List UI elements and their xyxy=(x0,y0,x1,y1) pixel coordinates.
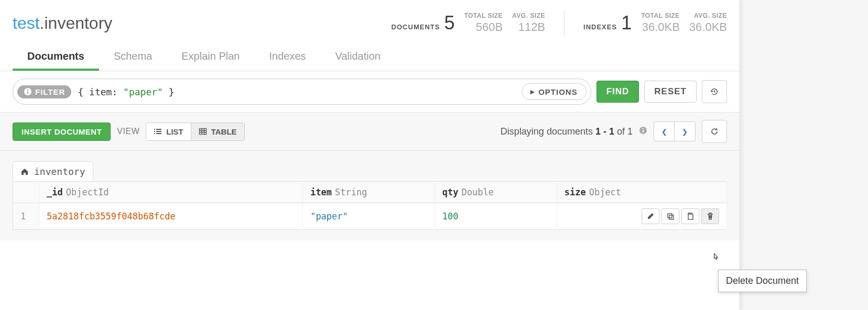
doc-avg-size-label: AVG. SIZE xyxy=(512,12,545,19)
clone-document-button[interactable] xyxy=(661,208,679,224)
collection-name: inventory xyxy=(44,14,112,32)
pencil-icon xyxy=(646,212,655,220)
prev-page-button[interactable]: ❮ xyxy=(654,121,675,141)
trash-icon xyxy=(706,212,714,220)
next-page-button[interactable]: ❯ xyxy=(675,121,696,141)
display-count: Displaying documents 1 - 1 of 1 xyxy=(501,126,633,137)
info-icon xyxy=(24,87,32,96)
content: inventory _idObjectId itemString qtyDoub… xyxy=(0,151,740,240)
cell-item: "paper" xyxy=(310,211,348,222)
tab-validation[interactable]: Validation xyxy=(321,44,395,71)
namespace: test.inventory xyxy=(13,14,112,33)
clone-icon xyxy=(666,212,675,220)
col-qty[interactable]: qtyDouble xyxy=(435,182,557,203)
doc-total-size-label: TOTAL SIZE xyxy=(464,12,503,19)
stats: DOCUMENTS 5 TOTAL SIZE 560B AVG. SIZE 11… xyxy=(392,10,727,36)
svg-rect-19 xyxy=(688,214,693,219)
col-size[interactable]: sizeObject xyxy=(557,182,726,203)
svg-rect-8 xyxy=(156,133,161,134)
svg-rect-5 xyxy=(154,131,155,132)
svg-rect-9 xyxy=(199,129,206,135)
view-label: VIEW xyxy=(117,127,139,136)
svg-rect-1 xyxy=(27,91,28,94)
copy-document-button[interactable] xyxy=(681,208,699,224)
table-icon xyxy=(199,127,207,136)
home-icon xyxy=(20,168,29,176)
svg-rect-15 xyxy=(643,130,644,132)
chevron-right-icon: ❯ xyxy=(682,128,688,136)
svg-point-2 xyxy=(27,89,28,90)
svg-rect-6 xyxy=(156,131,161,132)
toolbar: INSERT DOCUMENT VIEW LIST TABLE Displayi… xyxy=(0,113,740,151)
documents-table: _idObjectId itemString qtyDouble sizeObj… xyxy=(13,181,727,230)
doc-total-size: 560B xyxy=(464,20,503,34)
delete-tooltip: Delete Document xyxy=(718,270,807,292)
delete-document-button[interactable] xyxy=(701,208,719,224)
view-table-button[interactable]: TABLE xyxy=(191,123,244,140)
insert-document-button[interactable]: INSERT DOCUMENT xyxy=(13,123,111,141)
svg-point-16 xyxy=(643,128,644,129)
header: test.inventory DOCUMENTS 5 TOTAL SIZE 56… xyxy=(0,0,740,44)
breadcrumb[interactable]: inventory xyxy=(13,161,93,181)
filter-query: { item: "paper" } xyxy=(78,86,522,97)
chevron-left-icon: ❮ xyxy=(661,128,667,136)
history-button[interactable] xyxy=(702,80,727,103)
tab-schema[interactable]: Schema xyxy=(99,44,167,71)
info-icon[interactable] xyxy=(639,126,647,137)
filter-pill: FILTER xyxy=(17,85,71,98)
idx-total-size-label: TOTAL SIZE xyxy=(641,12,680,19)
list-icon xyxy=(154,127,162,136)
documents-count: 5 xyxy=(444,12,454,34)
svg-rect-18 xyxy=(669,215,674,219)
edit-document-button[interactable] xyxy=(642,208,659,224)
view-toggle: LIST TABLE xyxy=(146,123,244,141)
copy-icon xyxy=(686,212,695,220)
cell-qty: 100 xyxy=(442,211,459,222)
svg-rect-17 xyxy=(668,214,672,218)
indexes-label: INDEXES xyxy=(583,23,617,31)
tab-documents[interactable]: Documents xyxy=(13,44,99,71)
tab-explain-plan[interactable]: Explain Plan xyxy=(167,44,254,71)
tab-indexes[interactable]: Indexes xyxy=(254,44,320,71)
svg-rect-3 xyxy=(154,129,155,130)
table-row[interactable]: 1 5a2818fcb3559f048b68fcde "paper" 100 xyxy=(13,203,727,230)
pager: ❮ ❯ xyxy=(654,121,696,141)
col-id[interactable]: _idObjectId xyxy=(39,182,303,203)
reset-button[interactable]: RESET xyxy=(644,81,697,103)
svg-rect-4 xyxy=(156,129,161,130)
history-icon xyxy=(710,87,719,96)
row-actions xyxy=(565,208,719,224)
view-list-button[interactable]: LIST xyxy=(146,123,191,140)
refresh-icon xyxy=(710,127,719,136)
tabs: Documents Schema Explain Plan Indexes Va… xyxy=(0,44,740,71)
idx-avg-size-label: AVG. SIZE xyxy=(689,12,727,19)
row-number: 1 xyxy=(13,203,39,230)
database-name: test xyxy=(13,14,40,32)
filter-bar: FILTER { item: "paper" } ▸ OPTIONS FIND … xyxy=(0,71,740,113)
options-button[interactable]: ▸ OPTIONS xyxy=(522,83,587,100)
find-button[interactable]: FIND xyxy=(596,81,639,103)
refresh-button[interactable] xyxy=(702,120,727,143)
documents-label: DOCUMENTS xyxy=(392,23,440,31)
cell-id: 5a2818fcb3559f048b68fcde xyxy=(47,211,176,222)
col-item[interactable]: itemString xyxy=(303,182,435,203)
svg-rect-7 xyxy=(154,133,155,134)
doc-avg-size: 112B xyxy=(512,20,545,34)
indexes-count: 1 xyxy=(621,12,632,34)
idx-total-size: 36.0KB xyxy=(641,20,680,34)
idx-avg-size: 36.0KB xyxy=(689,20,727,34)
filter-input[interactable]: FILTER { item: "paper" } ▸ OPTIONS xyxy=(13,79,591,105)
caret-right-icon: ▸ xyxy=(530,87,535,96)
